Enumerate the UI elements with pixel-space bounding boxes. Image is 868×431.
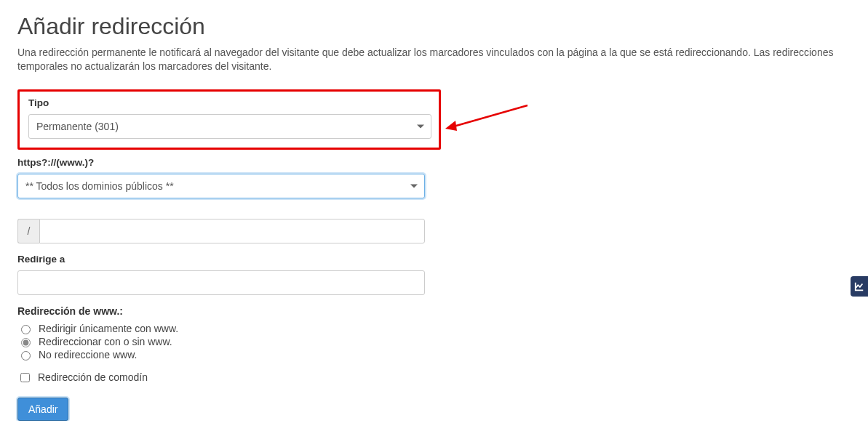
page-description: Una redirección permanente le notificará…	[17, 46, 854, 73]
www-radio-none[interactable]	[21, 351, 31, 360]
wildcard-row[interactable]: Redirección de comodín	[17, 371, 868, 384]
www-opt-none[interactable]: No redireccione www.	[17, 349, 868, 360]
wildcard-label: Redirección de comodín	[38, 371, 148, 383]
path-prefix: /	[17, 219, 39, 243]
add-button[interactable]: Añadir	[17, 398, 68, 421]
www-opt-both-label: Redireccionar con o sin www.	[39, 336, 172, 347]
path-input[interactable]	[39, 219, 425, 243]
wildcard-checkbox[interactable]	[20, 373, 30, 382]
tipo-label: Tipo	[28, 97, 430, 108]
www-radio-only[interactable]	[21, 325, 31, 334]
path-input-group: /	[17, 219, 425, 243]
www-opt-only-label: Redirigir únicamente con www.	[39, 323, 178, 334]
www-opt-only[interactable]: Redirigir únicamente con www.	[17, 323, 868, 334]
domain-label: https?://(www.)?	[17, 157, 868, 168]
svg-line-0	[451, 105, 527, 127]
www-opt-none-label: No redireccione www.	[39, 349, 137, 360]
tipo-highlight: Tipo Permanente (301)	[17, 89, 441, 150]
redirect-to-label: Redirige a	[17, 254, 868, 265]
domain-select[interactable]: ** Todos los dominios públicos **	[17, 174, 425, 198]
redirect-to-input[interactable]	[17, 270, 425, 295]
www-opt-both[interactable]: Redireccionar con o sin www.	[17, 336, 868, 347]
annotation-arrow	[444, 102, 531, 138]
svg-marker-1	[445, 121, 457, 131]
chart-icon	[854, 281, 864, 291]
www-radio-both[interactable]	[21, 338, 31, 347]
www-redirect-label: Redirección de www.:	[17, 305, 868, 317]
tipo-select[interactable]: Permanente (301)	[28, 114, 431, 139]
page-title: Añadir redirección	[17, 13, 868, 40]
stats-fab[interactable]	[851, 276, 868, 297]
